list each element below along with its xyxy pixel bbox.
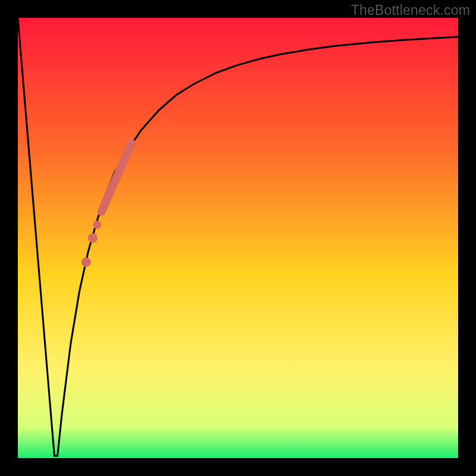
curve-dot — [88, 233, 98, 243]
bottleneck-chart: TheBottleneck.com — [0, 0, 476, 476]
curve-dot — [82, 258, 91, 267]
curve-dot — [93, 221, 101, 229]
watermark-text: TheBottleneck.com — [351, 2, 470, 18]
plot-area — [18, 18, 458, 458]
chart-svg — [0, 0, 476, 476]
